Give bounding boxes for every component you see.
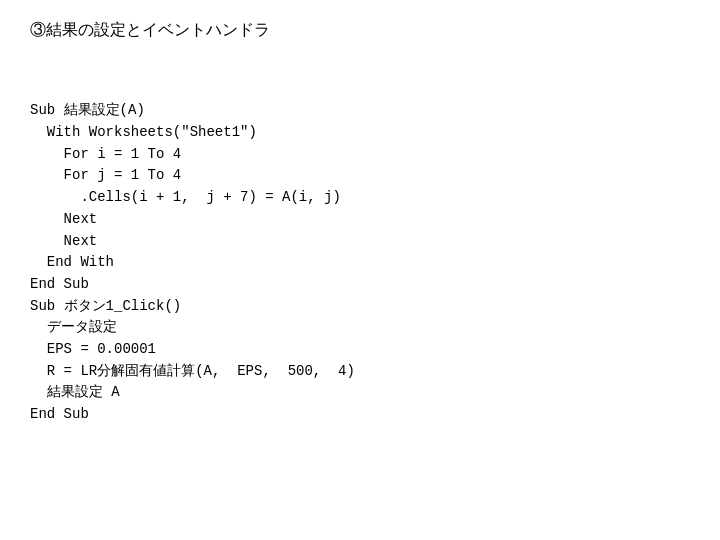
page-title: ③結果の設定とイベントハンドラ [30, 20, 690, 41]
code-line: End With [30, 252, 690, 274]
code-line: Next [30, 209, 690, 231]
page-container: ③結果の設定とイベントハンドラ Sub 結果設定(A) With Workshe… [0, 0, 720, 540]
code-line: For j = 1 To 4 [30, 165, 690, 187]
code-line: Sub 結果設定(A) [30, 100, 690, 122]
code-line: Sub ボタン1_Click() [30, 296, 690, 318]
code-line: .Cells(i + 1, j + 7) = A(i, j) [30, 187, 690, 209]
code-block: Sub 結果設定(A) With Worksheets("Sheet1") Fo… [30, 57, 690, 426]
code-line: End Sub [30, 404, 690, 426]
code-line: End Sub [30, 274, 690, 296]
code-line: データ設定 [30, 317, 690, 339]
code-line: For i = 1 To 4 [30, 144, 690, 166]
code-line: With Worksheets("Sheet1") [30, 122, 690, 144]
code-line: R = LR分解固有値計算(A, EPS, 500, 4) [30, 361, 690, 383]
code-line: Next [30, 231, 690, 253]
code-line: EPS = 0.00001 [30, 339, 690, 361]
code-line: 結果設定 A [30, 382, 690, 404]
